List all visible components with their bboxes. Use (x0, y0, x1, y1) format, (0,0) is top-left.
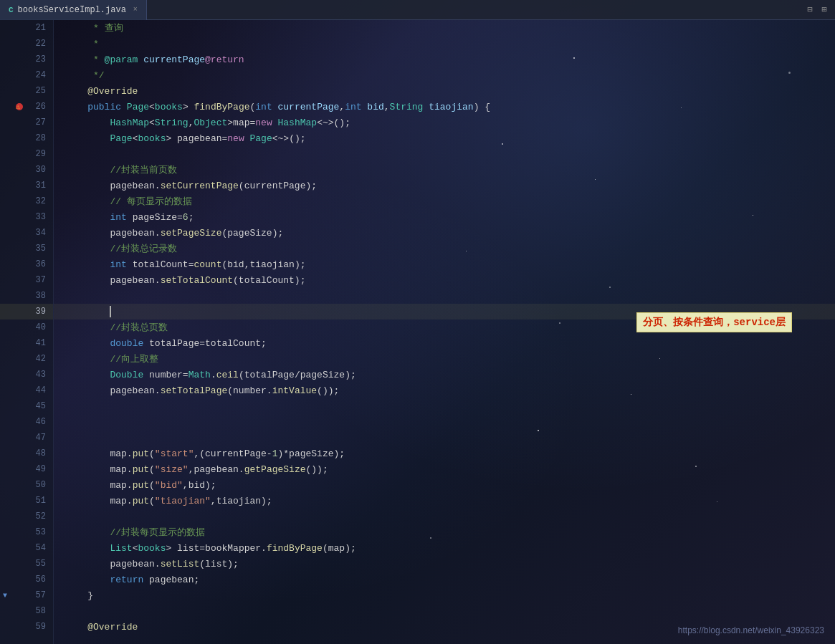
code-line-27: HashMap < String , Object >map= new Hash… (54, 115, 835, 130)
line-51: 51 (0, 493, 53, 509)
line-32: 32 (0, 193, 53, 209)
code-editor[interactable]: * 查询 * * @param currentPage@return */ @O… (54, 20, 835, 644)
code-line-37: pagebean. setTotalCount (totalCount); (54, 272, 835, 288)
code-line-47 (54, 430, 835, 446)
line-22: 22 (0, 36, 53, 52)
warning-indicator: ⚠ (16, 102, 20, 111)
code-line-55: pagebean. setList (list); (54, 556, 835, 572)
line-52: 52 (0, 509, 53, 524)
line-50: 50 (0, 477, 53, 493)
code-line-53: //封装每页显示的数据 (54, 524, 835, 540)
line-46: 46 (0, 414, 53, 430)
line-41: 41 (0, 335, 53, 351)
line-49: 49 (0, 461, 53, 477)
line-56: 56 (0, 572, 53, 587)
line-39: 39 (0, 304, 53, 319)
tab-close-button[interactable]: × (133, 6, 138, 14)
title-bar: C booksServiceImpl.java × ⊟ ⊞ (0, 0, 835, 20)
line-55: 55 (0, 556, 53, 572)
line-numbers-gutter: 21 22 23 24 25 ⚠ 26 27 28 29 30 31 32 33… (0, 20, 54, 644)
file-tab[interactable]: C booksServiceImpl.java × (0, 0, 147, 20)
code-line-48: map. put ( "start" ,(currentPage- 1 )*pa… (54, 446, 835, 461)
code-line-54: List < books > list=bookMapper. findByPa… (54, 540, 835, 556)
code-line-44: pagebean. setTotalPage (number. intValue… (54, 383, 835, 398)
code-line-46 (54, 414, 835, 430)
line-31: 31 (0, 178, 53, 193)
code-line-29 (54, 146, 835, 162)
line-58: 58 (0, 603, 53, 619)
text-cursor (110, 306, 111, 317)
line-37: 37 (0, 272, 53, 288)
code-line-57: } (54, 587, 835, 603)
java-icon: C (9, 6, 14, 14)
line-26: ⚠ 26 (0, 99, 53, 115)
code-line-22: * (54, 36, 835, 52)
annotation-popup: 分页、按条件查询，service层 (636, 312, 792, 332)
line-30: 30 (0, 162, 53, 178)
line-54: 54 (0, 540, 53, 556)
line-42: 42 (0, 351, 53, 367)
line-45: 45 (0, 398, 53, 414)
line-44: 44 (0, 383, 53, 398)
line-34: 34 (0, 225, 53, 241)
code-line-50: map. put ( "bid" ,bid); (54, 477, 835, 493)
line-33: 33 (0, 209, 53, 225)
window-controls: ⊟ ⊞ (805, 5, 835, 15)
code-line-58 (54, 603, 835, 619)
line-38: 38 (0, 288, 53, 304)
line-57: ▼ 57 (0, 587, 53, 603)
tab-filename: booksServiceImpl.java (18, 5, 126, 15)
code-line-52 (54, 509, 835, 524)
code-line-38 (54, 288, 835, 304)
code-line-51: map. put ( "tiaojian" ,tiaojian); (54, 493, 835, 509)
line-21: 21 (0, 20, 53, 36)
restore-icon[interactable]: ⊞ (819, 5, 829, 15)
code-line-26: public Page < books > findByPage ( int c… (54, 99, 835, 115)
code-line-30: //封装当前页数 (54, 162, 835, 178)
line-43: 43 (0, 367, 53, 383)
line-36: 36 (0, 256, 53, 272)
line-25: 25 (0, 83, 53, 99)
line-59: 59 (0, 619, 53, 635)
code-line-35: //封装总记录数 (54, 241, 835, 256)
line-28: 28 (0, 130, 53, 146)
code-line-41: double totalPage=totalCount; (54, 335, 835, 351)
fold-icon: ▼ (3, 592, 7, 600)
code-container: 21 22 23 24 25 ⚠ 26 27 28 29 30 31 32 33… (0, 20, 835, 644)
line-24: 24 (0, 67, 53, 83)
code-line-21: * 查询 (54, 20, 835, 36)
code-line-33: int pageSize= 6 ; (54, 209, 835, 225)
line-27: 27 (0, 115, 53, 130)
minimize-icon[interactable]: ⊟ (805, 5, 815, 15)
line-53: 53 (0, 524, 53, 540)
code-line-45 (54, 398, 835, 414)
line-47: 47 (0, 430, 53, 446)
code-line-56: return pagebean; (54, 572, 835, 587)
code-line-31: pagebean. setCurrentPage (currentPage); (54, 178, 835, 193)
url-watermark: https://blog.csdn.net/weixin_43926323 (678, 625, 824, 635)
code-line-36: int totalCount= count (bid,tiaojian); (54, 256, 835, 272)
line-35: 35 (0, 241, 53, 256)
code-line-34: pagebean. setPageSize (pageSize); (54, 225, 835, 241)
code-line-32: // 每页显示的数据 (54, 193, 835, 209)
code-line-23: * @param currentPage@return (54, 52, 835, 67)
code-line-28: Page < books > pagebean= new Page <~>(); (54, 130, 835, 146)
code-line-24: */ (54, 67, 835, 83)
code-line-42: //向上取整 (54, 351, 835, 367)
line-40: 40 (0, 319, 53, 335)
code-line-25: @Override (54, 83, 835, 99)
line-48: 48 (0, 446, 53, 461)
code-line-43: Double number= Math . ceil (totalPage/pa… (54, 367, 835, 383)
code-line-49: map. put ( "size" ,pagebean. getPageSize… (54, 461, 835, 477)
line-29: 29 (0, 146, 53, 162)
line-23: 23 (0, 52, 53, 67)
